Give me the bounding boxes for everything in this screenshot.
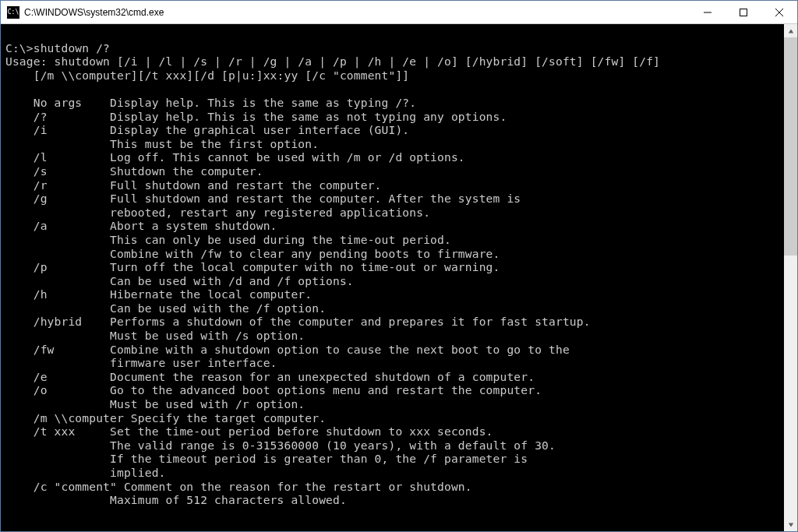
window-controls (690, 1, 797, 24)
svg-marker-4 (788, 29, 793, 33)
scroll-thumb[interactable] (784, 37, 797, 255)
svg-rect-0 (704, 12, 711, 12)
console-output[interactable]: C:\>shutdown /? Usage: shutdown [/i | /l… (1, 24, 784, 531)
close-button[interactable] (761, 1, 797, 24)
svg-rect-1 (740, 9, 747, 16)
minimize-button[interactable] (690, 1, 726, 24)
scroll-up-button[interactable] (784, 24, 797, 37)
window-title: C:\WINDOWS\system32\cmd.exe (24, 7, 690, 18)
scroll-down-button[interactable] (784, 518, 797, 531)
window-titlebar: C:\ C:\WINDOWS\system32\cmd.exe (1, 1, 797, 24)
console-area-wrap: C:\>shutdown /? Usage: shutdown [/i | /l… (1, 24, 797, 531)
cmd-icon: C:\ (7, 6, 19, 19)
svg-marker-5 (788, 523, 793, 527)
maximize-button[interactable] (726, 1, 761, 24)
vertical-scrollbar[interactable] (784, 24, 797, 531)
